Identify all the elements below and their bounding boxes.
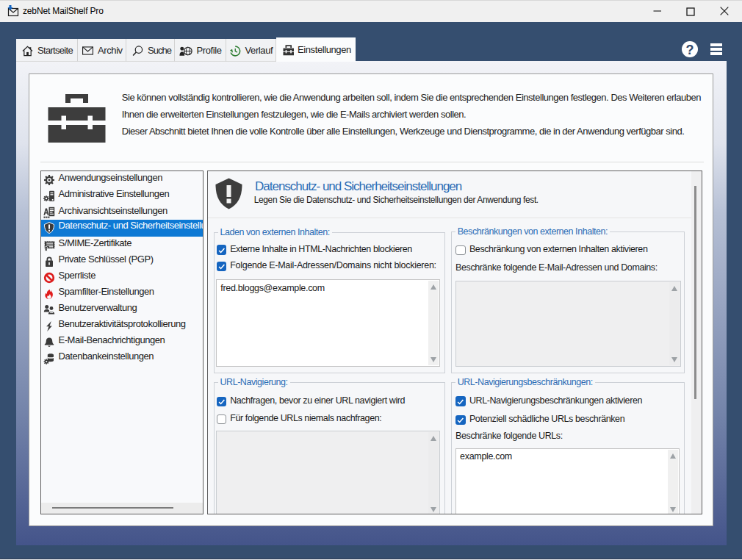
svg-text:?: ? [686,42,694,57]
